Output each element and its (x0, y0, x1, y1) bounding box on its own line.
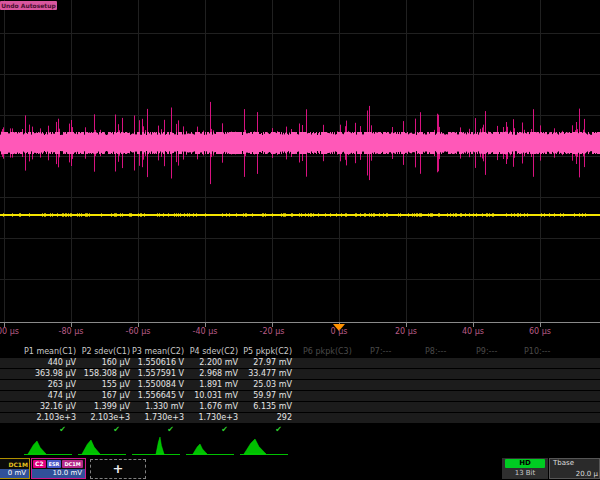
histicon-peak (193, 444, 207, 454)
param-value-cell: 2.103e+3 (22, 413, 76, 423)
timebase-label: Tbase (553, 459, 574, 467)
param-value-cell: 25.03 mV (238, 380, 292, 390)
undo-autosetup-button[interactable]: Undo Autosetup (0, 1, 57, 10)
time-axis-label: 20 µs (395, 327, 417, 336)
time-axis-ticks (0, 323, 600, 339)
param-value-cell: 1.730e+3 (130, 413, 184, 423)
waveform-grid (0, 0, 600, 322)
param-value-cell: 2.103e+3 (76, 413, 130, 423)
param-value-cell: 2.968 mV (184, 369, 238, 379)
param-value-cell: 1.556645 V (130, 391, 184, 401)
waveform-plot (0, 0, 600, 322)
time-axis-label: -60 µs (126, 327, 151, 336)
histicon[interactable] (240, 439, 288, 455)
time-axis-label: 40 µs (462, 327, 484, 336)
param-value-cell: 2.200 mV (184, 358, 238, 368)
param-value-cell: 160 µV (76, 358, 130, 368)
time-axis-label: -100 µs (0, 327, 19, 336)
time-axis-label: -40 µs (193, 327, 218, 336)
time-axis-label: 60 µs (529, 327, 551, 336)
measure-table-row: 32.16 µV1.399 µV1.330 mV1.676 mV6.135 mV (0, 402, 600, 412)
channel-descriptor-c1[interactable]: DC1M 0 mV (0, 458, 30, 479)
param-value-cell: 27.97 mV (238, 358, 292, 368)
param-value-cell: 59.97 mV (238, 391, 292, 401)
param-value-cell: 32.16 µV (22, 402, 76, 412)
time-axis-label: 0 µs (331, 327, 348, 336)
histicon[interactable] (78, 440, 126, 455)
histicon[interactable] (186, 444, 234, 455)
param-value-cell: 474 µV (22, 391, 76, 401)
param-header-cell[interactable]: P5 pkpk(C2) (238, 347, 292, 358)
add-channel-button[interactable]: + (90, 459, 146, 479)
c1-coupling-badge: DC1M (8, 461, 28, 468)
param-value-cell: 1.550616 V (130, 358, 184, 368)
time-axis: -100 µs-80 µs-60 µs-40 µs-20 µs0 µs20 µs… (0, 322, 600, 339)
bottom-toolbar: DC1M 0 mV C2 ESR DC1M 10.0 mV + HD 13 Bi… (0, 455, 600, 480)
param-value-cell: 1.550084 V (130, 380, 184, 390)
measure-table-row: 2.103e+32.103e+31.730e+31.730e+3292 (0, 413, 600, 423)
param-value-cell: 155 µV (76, 380, 130, 390)
hd-status-module[interactable]: HD 13 Bit (502, 458, 548, 479)
histicon-peak (244, 439, 266, 454)
hd-bits-label: 13 Bit (502, 468, 548, 478)
histicon-peak (82, 440, 100, 454)
param-value-cell: 1.730e+3 (184, 413, 238, 423)
param-header-cell[interactable]: P2 sdev(C1) (76, 347, 130, 358)
param-value-cell: 167 µV (76, 391, 130, 401)
measure-table-row: 474 µV167 µV1.556645 V10.031 mV59.97 mV (0, 391, 600, 401)
param-value-cell: 1.557591 V (130, 369, 184, 379)
param-header-cell-unused[interactable]: P7:--- (370, 347, 430, 358)
param-value-cell: 6.135 mV (238, 402, 292, 412)
param-value-cell: 1.399 µV (76, 402, 130, 412)
plus-icon: + (113, 461, 124, 476)
measure-table-header: P1 mean(C1)P2 sdev(C1)P3 mean(C2)P4 sdev… (0, 347, 600, 358)
param-value-cell: 10.031 mV (184, 391, 238, 401)
histicon[interactable] (24, 441, 72, 455)
c1-scale-value: 0 mV (0, 469, 29, 478)
histicon-peak (28, 441, 46, 454)
param-value-cell: 363.98 µV (22, 369, 76, 379)
param-header-cell[interactable]: P3 mean(C2) (130, 347, 184, 358)
time-axis-label: -20 µs (260, 327, 285, 336)
param-value-cell: 292 (238, 413, 292, 423)
timebase-box[interactable]: Tbase 20.0 µ (549, 458, 600, 479)
c2-scale-value: 10.0 mV (32, 469, 85, 478)
histicon-peak (156, 437, 164, 454)
param-value-cell: 33.477 mV (238, 369, 292, 379)
channel-descriptor-c2[interactable]: C2 ESR DC1M 10.0 mV (31, 458, 86, 479)
param-value-cell: 1.676 mV (184, 402, 238, 412)
measure-table-row: 440 µV160 µV1.550616 V2.200 mV27.97 mV (0, 358, 600, 368)
param-value-cell: 158.308 µV (76, 369, 130, 379)
c2-trace-core (1, 132, 600, 154)
c2-coupling-badge: DC1M (62, 460, 82, 468)
param-header-cell[interactable]: P4 sdev(C2) (184, 347, 238, 358)
param-value-cell: 263 µV (22, 380, 76, 390)
esr-badge: ESR (47, 460, 62, 468)
param-value-cell: 440 µV (22, 358, 76, 368)
measure-table-row: 363.98 µV158.308 µV1.557591 V2.968 mV33.… (0, 369, 600, 379)
c2-label-badge: C2 (33, 460, 46, 468)
histicon[interactable] (132, 437, 180, 455)
hd-badge: HD (505, 459, 545, 468)
timebase-value: 20.0 µ (576, 470, 598, 478)
param-header-cell-unused[interactable]: P6 pkpk(C3) (303, 347, 363, 358)
measure-table-row: 263 µV155 µV1.550084 V1.891 mV25.03 mV (0, 380, 600, 390)
measure-table: P1 mean(C1)P2 sdev(C1)P3 mean(C2)P4 sdev… (0, 345, 600, 435)
param-value-cell: 1.330 mV (130, 402, 184, 412)
param-value-cell: 1.891 mV (184, 380, 238, 390)
time-axis-label: -80 µs (59, 327, 84, 336)
oscilloscope-screen: Undo Autosetup -100 µs-80 µs-60 µs-40 µs… (0, 0, 600, 480)
param-header-cell-unused[interactable]: P10:--- (524, 347, 584, 358)
param-header-cell[interactable]: P1 mean(C1) (22, 347, 76, 358)
